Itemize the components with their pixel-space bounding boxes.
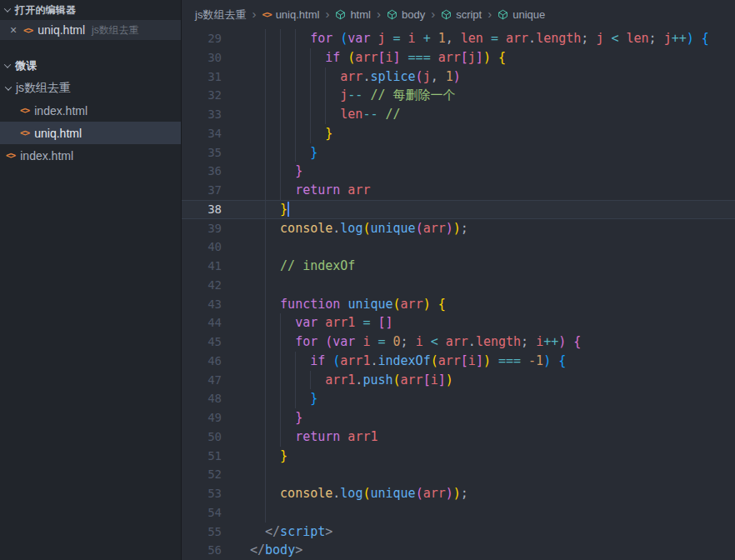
code-line-30[interactable]: 30if (arr[i] === arr[j]) { bbox=[182, 48, 735, 68]
indent-guide bbox=[280, 313, 295, 332]
line-number: 44 bbox=[182, 313, 222, 332]
code-line-content bbox=[222, 503, 280, 522]
code-line-44[interactable]: 44var arr1 = [] bbox=[182, 313, 735, 332]
indent-guide bbox=[280, 408, 295, 428]
indent-guide bbox=[295, 86, 310, 105]
close-icon[interactable]: × bbox=[8, 23, 18, 37]
indent-guide bbox=[280, 105, 295, 124]
code-line-39[interactable]: 39console.log(unique(arr)); bbox=[182, 219, 735, 238]
tree-file-uniq.html[interactable]: uniq.html bbox=[0, 122, 181, 144]
open-editor-uniq-html[interactable]: × uniq.html js数组去重 bbox=[0, 20, 181, 40]
code-line-content: return arr bbox=[222, 181, 370, 200]
code-line-41[interactable]: 41// indexOf bbox=[182, 257, 735, 276]
code-line-40[interactable]: 40 bbox=[182, 238, 735, 257]
chevron-down-icon bbox=[5, 83, 12, 90]
code-line-34[interactable]: 34} bbox=[182, 124, 735, 143]
code-line-55[interactable]: 55</script> bbox=[182, 522, 735, 542]
indent-guide bbox=[265, 162, 280, 181]
code-line-56[interactable]: 56</body> bbox=[182, 541, 735, 560]
code-line-52[interactable]: 52 bbox=[182, 465, 735, 484]
code-line-32[interactable]: 32j-- // 每删除一个 bbox=[182, 86, 735, 105]
code-line-47[interactable]: 47arr1.push(arr[i]) bbox=[182, 371, 735, 390]
indent-guide bbox=[310, 124, 325, 143]
code-line-49[interactable]: 49} bbox=[182, 408, 735, 428]
text-cursor bbox=[288, 202, 289, 217]
line-number: 51 bbox=[182, 447, 222, 466]
workspace-header[interactable]: 微课 bbox=[0, 55, 181, 77]
html-file-icon bbox=[6, 150, 15, 161]
indent-guide bbox=[265, 200, 280, 219]
breadcrumb-separator-icon: › bbox=[488, 8, 492, 20]
line-number: 46 bbox=[182, 352, 222, 371]
line-number: 55 bbox=[182, 522, 222, 542]
code-line-43[interactable]: 43function unique(arr) { bbox=[182, 295, 735, 314]
tree-item-label: js数组去重 bbox=[16, 81, 71, 96]
code-line-42[interactable]: 42 bbox=[182, 276, 735, 295]
code-line-content: } bbox=[222, 389, 318, 408]
symbol-cube-icon bbox=[387, 9, 398, 20]
code-line-31[interactable]: 31arr.splice(j, 1) bbox=[182, 68, 735, 87]
indent-guide bbox=[295, 29, 310, 48]
code-line-content: } bbox=[222, 447, 288, 466]
line-number: 36 bbox=[182, 162, 222, 181]
indent-guide bbox=[250, 447, 265, 466]
open-editor-folder-path: js数组去重 bbox=[92, 23, 139, 38]
code-line-content: console.log(unique(arr)); bbox=[222, 219, 468, 238]
code-line-45[interactable]: 45for (var i = 0; i < arr.length; i++) { bbox=[182, 332, 735, 352]
indent-guide bbox=[250, 465, 265, 484]
symbol-cube-icon bbox=[335, 9, 346, 20]
code-line-37[interactable]: 37return arr bbox=[182, 181, 735, 200]
open-editors-label: 打开的编辑器 bbox=[15, 3, 76, 18]
code-line-35[interactable]: 35} bbox=[182, 143, 735, 162]
indent-guide bbox=[295, 389, 310, 408]
breadcrumb-separator-icon: › bbox=[431, 8, 435, 20]
breadcrumb-item-js数组去重[interactable]: js数组去重 bbox=[195, 8, 246, 22]
code-line-53[interactable]: 53console.log(unique(arr)); bbox=[182, 484, 735, 503]
indent-guide bbox=[250, 332, 265, 352]
indent-guide bbox=[280, 352, 295, 371]
breadcrumb-item-body[interactable]: body bbox=[387, 8, 425, 21]
code-line-content: // indexOf bbox=[222, 257, 355, 276]
code-line-content bbox=[222, 238, 280, 257]
code-line-38[interactable]: 38} bbox=[182, 200, 735, 219]
file-tree: js数组去重index.htmluniq.htmlindex.html bbox=[0, 77, 181, 167]
code-line-content: console.log(unique(arr)); bbox=[222, 484, 468, 503]
indent-guide bbox=[250, 352, 265, 371]
indent-guide bbox=[250, 503, 265, 522]
code-line-content bbox=[222, 276, 280, 295]
indent-guide bbox=[250, 181, 265, 200]
line-number: 32 bbox=[182, 86, 222, 105]
code-line-50[interactable]: 50return arr1 bbox=[182, 428, 735, 447]
line-number: 29 bbox=[182, 29, 222, 48]
code-line-48[interactable]: 48} bbox=[182, 389, 735, 408]
code-line-content: } bbox=[222, 408, 302, 428]
code-line-29[interactable]: 29for (var j = i + 1, len = arr.length; … bbox=[182, 29, 735, 48]
tree-file-index.html[interactable]: index.html bbox=[0, 99, 181, 122]
breadcrumb-item-script[interactable]: script bbox=[441, 8, 482, 21]
breadcrumb-item-html[interactable]: html bbox=[335, 8, 371, 21]
breadcrumb-item-unique[interactable]: unique bbox=[498, 8, 545, 21]
code-line-content: } bbox=[222, 124, 332, 143]
code-area[interactable]: 29for (var j = i + 1, len = arr.length; … bbox=[182, 29, 735, 560]
code-line-36[interactable]: 36} bbox=[182, 162, 735, 181]
tree-file-index.html[interactable]: index.html bbox=[0, 144, 181, 167]
indent-guide bbox=[250, 408, 265, 428]
code-line-33[interactable]: 33len-- // bbox=[182, 105, 735, 124]
code-line-46[interactable]: 46if (arr1.indexOf(arr[i]) === -1) { bbox=[182, 352, 735, 371]
code-line-54[interactable]: 54 bbox=[182, 503, 735, 522]
indent-guide bbox=[280, 332, 295, 352]
line-number: 37 bbox=[182, 181, 222, 200]
indent-guide bbox=[265, 389, 280, 408]
indent-guide bbox=[325, 105, 340, 124]
line-number: 41 bbox=[182, 257, 222, 276]
indent-guide bbox=[265, 124, 280, 143]
open-editors-header[interactable]: 打开的编辑器 bbox=[0, 0, 181, 20]
tree-folder-js数组去重[interactable]: js数组去重 bbox=[0, 77, 181, 99]
tree-item-label: index.html bbox=[34, 104, 88, 118]
code-line-51[interactable]: 51} bbox=[182, 447, 735, 466]
indent-guide bbox=[250, 428, 265, 447]
breadcrumb-item-uniq.html[interactable]: uniq.html bbox=[262, 8, 319, 21]
indent-guide bbox=[250, 389, 265, 408]
breadcrumb-label: unique bbox=[512, 8, 545, 21]
code-line-content: for (var j = i + 1, len = arr.length; j … bbox=[222, 29, 709, 48]
